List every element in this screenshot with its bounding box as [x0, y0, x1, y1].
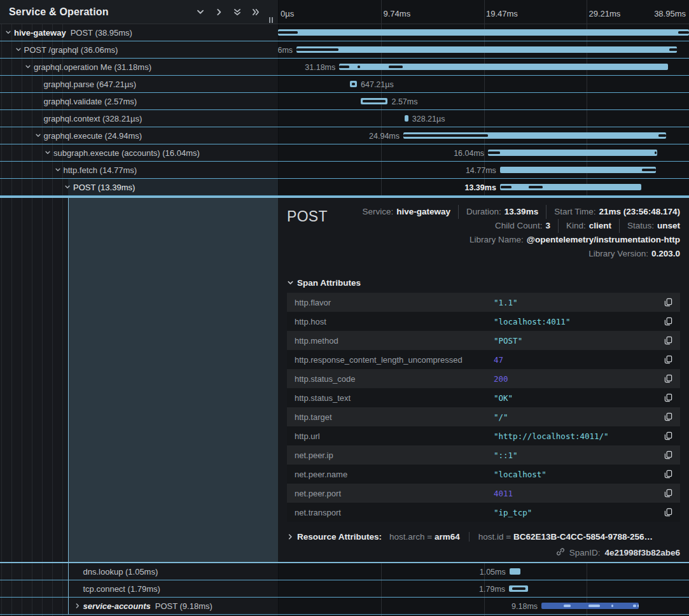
- resource-key: host.arch: [389, 532, 425, 542]
- span-timeline-cell[interactable]: 16.04ms: [278, 144, 689, 161]
- span-row[interactable]: graphql.validate (2.57ms)2.57ms: [0, 93, 689, 110]
- span-timeline-cell[interactable]: 9.18ms: [278, 598, 689, 614]
- span-timeline-cell[interactable]: 36.06ms: [278, 41, 689, 58]
- span-row[interactable]: dns.lookup (1.05ms)1.05ms: [0, 563, 689, 580]
- span-tree-cell[interactable]: tcp.connect (1.79ms): [0, 580, 278, 597]
- span-bar[interactable]: [510, 568, 520, 575]
- copy-icon[interactable]: [661, 508, 672, 517]
- chevron-right-icon[interactable]: [74, 603, 83, 609]
- span-row[interactable]: graphql.context (328.21µs)328.21µs: [0, 110, 689, 127]
- meta-label: Start Time:: [554, 207, 595, 216]
- span-tree-cell[interactable]: graphql.validate (2.57ms): [0, 93, 278, 109]
- copy-icon[interactable]: [661, 489, 672, 498]
- equals-sign: =: [427, 532, 432, 542]
- span-bar-mark: [403, 134, 488, 137]
- attribute-row: http.url"http://localhost:4011/": [287, 426, 680, 445]
- chevron-down-icon[interactable]: [35, 132, 44, 139]
- span-timeline-cell[interactable]: 2.57ms: [278, 93, 689, 109]
- span-bar-mark: [658, 134, 666, 137]
- span-timeline-cell[interactable]: 38.95ms: [278, 24, 689, 41]
- span-row[interactable]: POST (13.39ms)13.39ms: [0, 179, 689, 196]
- span-timeline-cell[interactable]: 1.79ms: [278, 580, 689, 597]
- span-row[interactable]: subgraph.execute (accounts) (16.04ms)16.…: [0, 144, 689, 162]
- span-attributes-header[interactable]: Span Attributes: [287, 278, 680, 288]
- column-resizer-grip[interactable]: [269, 17, 273, 23]
- copy-icon[interactable]: [661, 470, 672, 479]
- span-timeline-cell[interactable]: 1.05ms: [278, 563, 689, 580]
- timeline-ruler[interactable]: 0µs9.74ms19.47ms29.21ms38.95ms: [278, 0, 689, 24]
- copy-icon[interactable]: [661, 355, 672, 364]
- span-operation-label: dns.lookup (1.05ms): [83, 567, 158, 577]
- double-chevron-right-icon[interactable]: [250, 6, 261, 18]
- span-tree-cell[interactable]: POST (13.39ms): [0, 179, 278, 195]
- resource-attribute-item: host.arch = arm64: [389, 532, 460, 542]
- chevron-down-icon[interactable]: [5, 29, 14, 36]
- span-row[interactable]: graphql.parse (647.21µs)647.21µs: [0, 76, 689, 93]
- double-chevron-down-icon[interactable]: [232, 6, 243, 18]
- span-tree-cell[interactable]: graphql.execute (24.94ms): [0, 127, 278, 144]
- span-timeline-cell[interactable]: 31.18ms: [278, 59, 689, 75]
- copy-icon[interactable]: [661, 412, 672, 421]
- span-bar[interactable]: [278, 29, 689, 36]
- span-tree-cell[interactable]: graphql.operation Me (31.18ms): [0, 59, 278, 75]
- span-timeline-cell[interactable]: 13.39ms: [278, 179, 689, 195]
- span-row[interactable]: POST /graphql (36.06ms)36.06ms: [0, 41, 689, 59]
- span-bar[interactable]: [296, 46, 677, 53]
- resource-attributes-row[interactable]: Resource Attributes: host.arch = arm64ho…: [287, 532, 680, 542]
- attribute-key: net.peer.name: [295, 470, 494, 479]
- chevron-down-icon[interactable]: [25, 64, 34, 70]
- copy-icon[interactable]: [661, 451, 672, 459]
- tree-header: Service & Operation: [0, 0, 278, 24]
- span-tree-cell[interactable]: subgraph.execute (accounts) (16.04ms): [0, 144, 278, 161]
- span-tree-cell[interactable]: hive-gatewayPOST (38.95ms): [0, 24, 278, 41]
- link-icon[interactable]: [556, 547, 565, 558]
- span-timeline-cell[interactable]: 24.94ms: [278, 127, 689, 144]
- span-timeline-cell[interactable]: 647.21µs: [278, 76, 689, 92]
- copy-icon[interactable]: [661, 431, 672, 440]
- span-tree-cell[interactable]: dns.lookup (1.05ms): [0, 563, 278, 580]
- copy-icon[interactable]: [661, 317, 672, 326]
- span-bar[interactable]: [500, 184, 641, 190]
- span-duration-label: 31.18ms: [305, 63, 339, 72]
- span-row[interactable]: http.fetch (14.77ms)14.77ms: [0, 162, 689, 179]
- span-timeline-cell[interactable]: 14.77ms: [278, 162, 689, 178]
- attribute-row: http.status_code200: [287, 369, 680, 388]
- span-tree-cell[interactable]: http.fetch (14.77ms): [0, 162, 278, 178]
- span-timeline-cell[interactable]: 328.21µs: [278, 110, 689, 127]
- span-row[interactable]: graphql.operation Me (31.18ms)31.18ms: [0, 59, 689, 76]
- selected-subtree-line: [68, 563, 69, 615]
- ruler-tick-label: 0µs: [281, 9, 294, 18]
- span-row[interactable]: hive-gatewayPOST (38.95ms)38.95ms: [0, 24, 689, 41]
- span-detail-meta: Service:hive-gatewayDuration:13.39msStar…: [328, 205, 680, 261]
- copy-icon[interactable]: [661, 336, 672, 345]
- span-tree-cell[interactable]: graphql.context (328.21µs): [0, 110, 278, 127]
- span-bar[interactable]: [500, 167, 656, 173]
- span-id-label: SpanID:: [569, 548, 601, 557]
- chevron-down-icon[interactable]: [64, 184, 73, 190]
- span-row[interactable]: tcp.connect (1.79ms)1.79ms: [0, 580, 689, 598]
- span-attributes-table: http.flavor"1.1"http.host"localhost:4011…: [287, 293, 680, 522]
- chevron-right-icon: [287, 533, 297, 540]
- span-tree-cell[interactable]: graphql.parse (647.21µs): [0, 76, 278, 92]
- meta-value: unset: [657, 221, 680, 230]
- span-tree-cell[interactable]: POST /graphql (36.06ms): [0, 41, 278, 58]
- span-row[interactable]: service-accountsPOST (9.18ms)9.18ms: [0, 598, 689, 615]
- chevron-down-icon[interactable]: [15, 46, 24, 53]
- chevron-down-icon[interactable]: [55, 167, 64, 173]
- detail-meta-line: Library Name:@opentelemetry/instrumentat…: [328, 233, 680, 247]
- copy-icon[interactable]: [661, 374, 672, 383]
- span-duration-label: 328.21µs: [408, 115, 445, 123]
- chevron-down-icon[interactable]: [195, 6, 206, 18]
- span-rows: hive-gatewayPOST (38.95ms)38.95msPOST /g…: [0, 24, 689, 196]
- span-bar[interactable]: [405, 115, 408, 122]
- span-tree-cell[interactable]: service-accountsPOST (9.18ms): [0, 598, 278, 614]
- span-duration-label: 16.04ms: [454, 149, 488, 158]
- meta-value: @opentelemetry/instrumentation-http: [527, 235, 680, 244]
- chevron-down-icon[interactable]: [45, 150, 53, 156]
- copy-icon[interactable]: [661, 298, 672, 307]
- copy-icon[interactable]: [661, 393, 672, 402]
- span-bar[interactable]: [488, 150, 657, 156]
- detail-meta-line: Library Version:0.203.0: [328, 247, 680, 261]
- chevron-right-icon[interactable]: [213, 6, 225, 18]
- span-row[interactable]: graphql.execute (24.94ms)24.94ms: [0, 127, 689, 144]
